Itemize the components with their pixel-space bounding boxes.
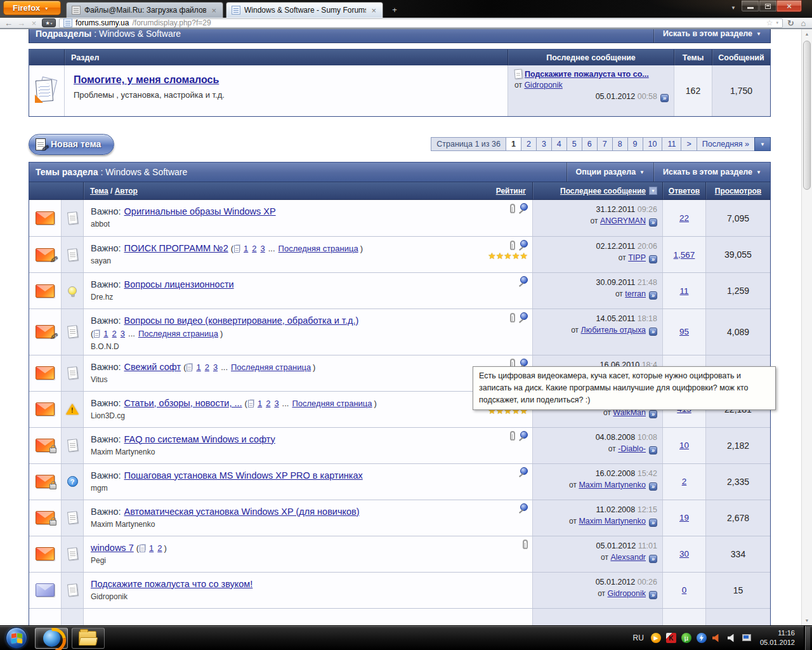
replies-link[interactable]: 0 bbox=[682, 585, 687, 595]
replies-link[interactable]: 10 bbox=[679, 441, 689, 450]
thread-page-link[interactable]: 3 bbox=[213, 362, 218, 372]
replies-link[interactable]: 22 bbox=[679, 213, 689, 223]
page-link[interactable]: 9 bbox=[627, 137, 643, 151]
last-post-user-link[interactable]: Maxim Martynenko bbox=[579, 481, 646, 489]
thread-last-page-link[interactable]: Последняя страница bbox=[231, 362, 311, 372]
minimize-button[interactable] bbox=[741, 0, 759, 12]
page-jump-dropdown[interactable]: ▼ bbox=[754, 137, 771, 151]
taskbar-firefox-button[interactable] bbox=[35, 628, 68, 649]
go-to-last-post-icon[interactable] bbox=[649, 410, 657, 418]
last-post-title-link[interactable]: Подскажите пожалуста что со... bbox=[525, 70, 649, 79]
search-in-section-button[interactable]: Искать в этом разделе▼ bbox=[653, 162, 770, 182]
list-all-tabs-icon[interactable]: ▼ bbox=[731, 5, 736, 11]
tab-close-icon[interactable]: × bbox=[210, 6, 218, 15]
replies-link[interactable]: 30 bbox=[679, 549, 689, 559]
new-thread-button[interactable]: Новая тема bbox=[29, 134, 114, 155]
page-last-link[interactable]: Последняя » bbox=[697, 137, 755, 151]
thread-page-link[interactable]: 2 bbox=[157, 543, 162, 553]
last-post-user-link[interactable]: Gidroponik bbox=[524, 81, 562, 90]
last-post-user-link[interactable]: Maxim Martynenko bbox=[579, 517, 646, 526]
last-post-user-link[interactable]: -Diablo- bbox=[618, 444, 646, 453]
go-to-last-post-icon[interactable] bbox=[649, 446, 657, 454]
sort-by-author-link[interactable]: Автор bbox=[115, 187, 138, 196]
thread-page-link[interactable]: 1 bbox=[196, 362, 200, 372]
clock[interactable]: 11:16 05.01.2012 bbox=[760, 628, 795, 647]
replies-link[interactable]: 1,567 bbox=[674, 250, 695, 260]
thread-title-link[interactable]: ПОИСК ПРОГРАММ №2 bbox=[124, 243, 228, 253]
thread-title-link[interactable]: windows 7 bbox=[91, 543, 134, 553]
go-to-last-post-icon[interactable] bbox=[649, 218, 657, 227]
scroll-down-icon[interactable] bbox=[802, 616, 812, 625]
sort-by-rating-link[interactable]: Рейтинг bbox=[496, 187, 526, 196]
download-manager-tray-icon[interactable] bbox=[697, 633, 707, 643]
go-to-last-post-icon[interactable] bbox=[649, 328, 657, 336]
thread-page-link[interactable]: 3 bbox=[274, 399, 278, 408]
taskbar-explorer-button[interactable] bbox=[72, 628, 105, 649]
page-link[interactable]: 6 bbox=[582, 137, 598, 151]
last-post-user-link[interactable]: Alexsandr bbox=[610, 553, 646, 562]
reload-button[interactable]: ↻ bbox=[786, 18, 796, 28]
last-post-user-link[interactable]: Любитель отдыха bbox=[581, 326, 646, 335]
scrollbar-thumb[interactable] bbox=[803, 41, 811, 190]
last-post-user-link[interactable]: ANGRYMAN bbox=[600, 216, 646, 225]
thread-title-link[interactable]: Свежий софт bbox=[124, 362, 181, 372]
go-to-last-post-icon[interactable] bbox=[649, 591, 657, 599]
bookmarks-button[interactable]: ★▾ bbox=[42, 18, 56, 27]
search-in-section-button[interactable]: Искать в этом разделе▼ bbox=[653, 29, 770, 43]
thread-page-link[interactable]: 2 bbox=[252, 244, 256, 253]
thread-page-link[interactable]: 2 bbox=[112, 329, 117, 338]
thread-page-link[interactable]: 3 bbox=[121, 329, 125, 338]
url-dropdown-icon[interactable]: ▾ bbox=[776, 20, 778, 25]
thread-title-link[interactable]: Пошаговая установка MS Windows XP PRO в … bbox=[124, 470, 363, 481]
page-link[interactable]: 2 bbox=[521, 137, 537, 151]
stop-button[interactable]: × bbox=[29, 18, 39, 28]
last-post-user-link[interactable]: terran bbox=[625, 289, 646, 298]
utorrent-tray-icon[interactable]: µ bbox=[681, 633, 691, 643]
go-to-last-post-icon[interactable] bbox=[660, 94, 669, 102]
show-desktop-button[interactable] bbox=[804, 626, 810, 650]
volume-icon[interactable] bbox=[728, 634, 737, 642]
thread-title-link[interactable]: Вопросы по видео (конвертирование, обраб… bbox=[124, 315, 359, 326]
scrollbar[interactable] bbox=[801, 29, 812, 625]
sort-by-topic-link[interactable]: Тема bbox=[90, 187, 108, 196]
thread-page-link[interactable]: 2 bbox=[205, 362, 209, 372]
replies-link[interactable]: 19 bbox=[679, 513, 689, 522]
url-bar[interactable]: forums.sumy.ua /forumdisplay.php?f=29 ☆ … bbox=[59, 18, 783, 28]
thread-page-link[interactable]: 1 bbox=[258, 399, 262, 408]
thread-title-link[interactable]: Вопросы лицензионности bbox=[124, 279, 234, 289]
page-link[interactable]: 7 bbox=[597, 137, 613, 151]
last-post-user-link[interactable]: Gidroponik bbox=[608, 589, 646, 598]
firefox-menu-button[interactable]: Firefox▾ bbox=[3, 1, 61, 15]
page-link[interactable]: 11 bbox=[662, 137, 681, 151]
sort-by-replies-link[interactable]: Ответов bbox=[669, 187, 700, 196]
kaspersky-tray-icon[interactable]: K bbox=[666, 633, 676, 643]
thread-title-link[interactable]: Автоматическая установка Windows XP (для… bbox=[124, 507, 360, 517]
audio-manager-tray-icon[interactable] bbox=[712, 634, 721, 642]
thread-title-link[interactable]: Статьи, обзоры, новости, ... bbox=[124, 398, 242, 408]
forward-button[interactable]: → bbox=[16, 18, 26, 28]
thread-title-link[interactable]: FAQ по системам Windows и софту bbox=[124, 434, 275, 444]
media-player-tray-icon[interactable]: ▶ bbox=[651, 633, 661, 643]
thread-last-page-link[interactable]: Последняя страница bbox=[138, 329, 218, 338]
page-link[interactable]: 10 bbox=[643, 137, 663, 151]
thread-title-link[interactable]: Подскажите пожалуста что со звуком! bbox=[91, 579, 252, 589]
replies-link[interactable]: 11 bbox=[679, 286, 688, 296]
section-options-button[interactable]: Опции раздела▼ bbox=[566, 162, 653, 182]
back-button[interactable]: ← bbox=[4, 18, 13, 28]
scroll-up-icon[interactable] bbox=[802, 29, 812, 39]
start-button[interactable] bbox=[6, 627, 27, 649]
go-to-last-post-icon[interactable] bbox=[649, 255, 657, 263]
go-to-last-post-icon[interactable] bbox=[649, 291, 657, 300]
thread-page-link[interactable]: 1 bbox=[244, 244, 248, 253]
go-to-last-post-icon[interactable] bbox=[649, 519, 657, 527]
go-to-last-post-icon[interactable] bbox=[649, 555, 657, 563]
page-link[interactable]: 3 bbox=[536, 137, 552, 151]
page-next-link[interactable]: > bbox=[681, 137, 697, 151]
home-button[interactable]: ⌂ bbox=[799, 18, 808, 28]
sort-by-lastpost-link[interactable]: Последнее сообщение bbox=[560, 187, 646, 196]
tab-sumy-forums[interactable]: Windows & Software - Sumy Forums × bbox=[226, 2, 383, 18]
thread-page-link[interactable]: 2 bbox=[266, 399, 270, 408]
last-post-user-link[interactable]: TIPP bbox=[628, 253, 646, 262]
page-link[interactable]: 4 bbox=[551, 137, 567, 151]
sort-direction-icon[interactable]: ▼ bbox=[649, 187, 657, 195]
